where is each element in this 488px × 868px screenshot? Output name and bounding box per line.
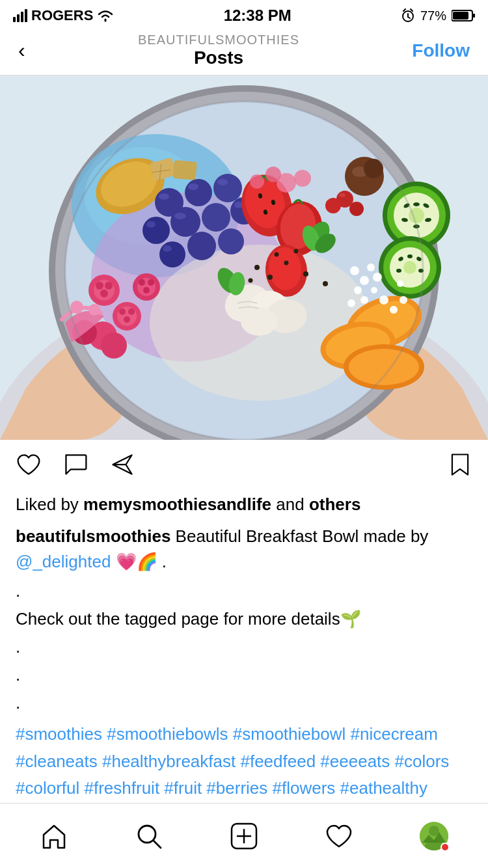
svg-point-101: [101, 332, 127, 359]
svg-point-125: [379, 295, 388, 305]
battery-icon: [452, 9, 475, 22]
action-icons-left: [16, 452, 135, 480]
action-bar: [0, 440, 488, 492]
svg-point-150: [429, 826, 439, 836]
svg-point-110: [267, 275, 273, 280]
svg-point-62: [188, 183, 198, 190]
status-carrier: ROGERS: [13, 7, 114, 24]
svg-point-66: [146, 221, 156, 228]
svg-point-132: [250, 174, 264, 189]
svg-point-112: [303, 271, 308, 277]
svg-point-130: [265, 167, 281, 182]
home-icon: [40, 822, 68, 850]
section-title: Posts: [31, 47, 407, 68]
svg-rect-10: [473, 14, 475, 18]
svg-point-126: [390, 306, 398, 314]
svg-point-92: [119, 308, 126, 315]
svg-point-109: [254, 265, 260, 270]
nav-add-button[interactable]: [197, 804, 291, 868]
svg-point-122: [360, 296, 368, 304]
svg-point-116: [275, 252, 279, 257]
follow-button[interactable]: Follow: [407, 38, 475, 64]
post-image: [0, 75, 488, 440]
heart-nav-icon: [325, 822, 353, 850]
svg-rect-1: [17, 14, 20, 22]
alarm-icon: [401, 8, 415, 23]
status-bar: ROGERS 12:38 PM 77%: [0, 0, 488, 29]
nav-profile-button[interactable]: [386, 804, 481, 868]
liked-by: Liked by memysmoothiesandlife and others: [16, 492, 472, 517]
svg-line-145: [154, 841, 161, 848]
svg-point-87: [96, 282, 103, 290]
back-button[interactable]: ‹: [13, 36, 31, 65]
svg-rect-28: [173, 160, 197, 180]
svg-point-115: [323, 281, 328, 286]
svg-point-120: [367, 264, 375, 271]
svg-point-124: [347, 299, 355, 307]
caption: beautifulsmoothies Beautiful Breakfast B…: [16, 524, 472, 575]
svg-point-89: [100, 290, 108, 297]
svg-point-128: [397, 280, 403, 287]
carrier-name: ROGERS: [31, 7, 93, 24]
post-content: Liked by memysmoothiesandlife and others…: [0, 492, 488, 842]
svg-point-61: [185, 179, 212, 206]
svg-rect-3: [25, 9, 27, 22]
caption-username[interactable]: beautifulsmoothies: [16, 526, 170, 546]
like-button[interactable]: [16, 452, 42, 480]
svg-point-123: [371, 287, 377, 293]
svg-point-119: [354, 286, 362, 294]
svg-point-68: [174, 213, 186, 219]
nav-home-button[interactable]: [7, 804, 102, 868]
caption-line3: .: [16, 634, 472, 660]
caption-line5: .: [16, 690, 472, 716]
svg-point-131: [294, 170, 311, 187]
liked-by-suffix: and: [271, 495, 309, 514]
svg-point-75: [218, 228, 244, 254]
nav-likes-button[interactable]: [291, 804, 386, 868]
caption-line2: Check out the tagged page for more detai…: [16, 606, 472, 632]
svg-point-121: [373, 273, 382, 282]
svg-point-93: [128, 308, 135, 315]
svg-line-7: [403, 9, 405, 11]
comment-button[interactable]: [62, 452, 88, 480]
liked-by-user[interactable]: memysmoothiesandlife: [83, 495, 271, 514]
add-icon: [230, 822, 258, 850]
svg-point-98: [148, 279, 154, 286]
svg-point-65: [142, 217, 170, 244]
svg-rect-2: [21, 12, 23, 22]
bottom-nav: [0, 803, 488, 868]
caption-emojis: 💗🌈 .: [111, 552, 167, 571]
wifi-icon: [97, 9, 114, 22]
caption-mention[interactable]: @_delighted: [16, 552, 111, 571]
svg-point-139: [325, 198, 341, 213]
status-right: 77%: [401, 8, 475, 23]
svg-point-58: [349, 349, 419, 385]
svg-point-50: [396, 269, 401, 273]
nav-header: ‹ BEAUTIFULSMOOTHIES Posts Follow: [0, 29, 488, 75]
svg-point-60: [159, 193, 169, 200]
liked-by-others: others: [309, 495, 360, 514]
liked-by-text: Liked by: [16, 495, 83, 514]
svg-line-8: [411, 9, 413, 11]
svg-point-103: [70, 301, 83, 314]
svg-point-141: [339, 193, 346, 197]
svg-point-104: [88, 304, 100, 316]
svg-point-52: [407, 254, 413, 258]
svg-point-140: [349, 202, 364, 216]
svg-point-88: [105, 282, 113, 290]
svg-point-73: [163, 245, 172, 252]
svg-point-64: [217, 179, 228, 185]
share-button[interactable]: [109, 452, 135, 480]
svg-point-72: [159, 241, 185, 267]
notification-dot: [441, 843, 450, 852]
svg-point-99: [143, 287, 150, 293]
svg-point-118: [360, 276, 369, 285]
profile-username: BEAUTIFULSMOOTHIES: [31, 33, 407, 47]
svg-point-108: [241, 307, 277, 336]
svg-point-63: [213, 174, 242, 202]
status-time: 12:38 PM: [224, 7, 291, 25]
nav-search-button[interactable]: [102, 804, 197, 868]
svg-point-97: [139, 279, 145, 286]
bookmark-button[interactable]: [448, 452, 472, 480]
svg-point-42: [413, 202, 420, 206]
